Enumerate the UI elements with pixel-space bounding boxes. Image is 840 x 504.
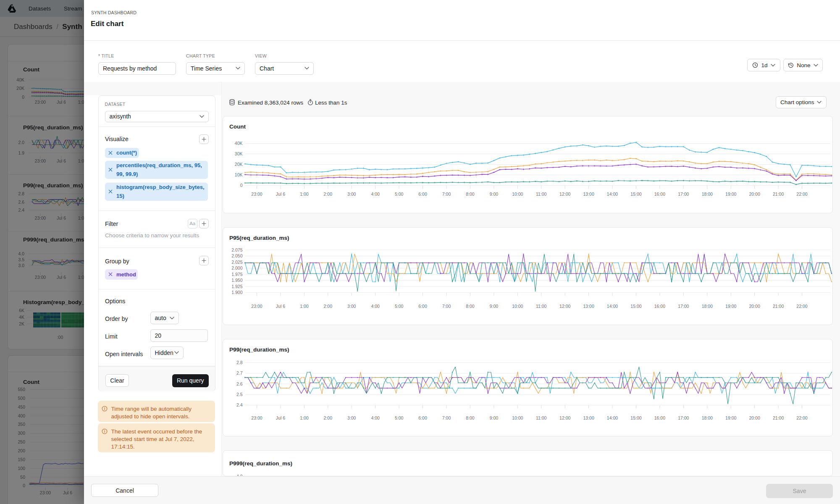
svg-text:14:00: 14:00 bbox=[606, 192, 617, 197]
svg-text:23:00: 23:00 bbox=[251, 304, 262, 309]
svg-text:1.900: 1.900 bbox=[231, 290, 242, 295]
svg-text:Jul 6: Jul 6 bbox=[63, 490, 72, 495]
svg-text:19:00: 19:00 bbox=[725, 192, 736, 197]
svg-text:7:00: 7:00 bbox=[442, 192, 451, 197]
svg-text:22:00: 22:00 bbox=[796, 304, 807, 309]
svg-text:8:00: 8:00 bbox=[466, 415, 475, 420]
svg-text:21:00: 21:00 bbox=[772, 192, 783, 197]
svg-text:10:00: 10:00 bbox=[512, 192, 523, 197]
svg-text:3:00: 3:00 bbox=[347, 304, 356, 309]
svg-text:18:00: 18:00 bbox=[701, 415, 712, 420]
svg-text:1.925: 1.925 bbox=[231, 284, 242, 289]
svg-text:150: 150 bbox=[18, 457, 25, 462]
svg-text:6:00: 6:00 bbox=[418, 415, 427, 420]
svg-text:7:00: 7:00 bbox=[442, 415, 451, 420]
svg-text:16:00: 16:00 bbox=[654, 192, 665, 197]
svg-text:13:00: 13:00 bbox=[583, 192, 594, 197]
svg-text:22:00: 22:00 bbox=[796, 192, 807, 197]
svg-text:18:00: 18:00 bbox=[701, 304, 712, 309]
svg-text:300: 300 bbox=[18, 430, 25, 436]
svg-text:2.8: 2.8 bbox=[236, 360, 242, 365]
svg-text:14:00: 14:00 bbox=[606, 415, 617, 420]
svg-text:20K: 20K bbox=[234, 162, 242, 167]
svg-text:13:00: 13:00 bbox=[583, 304, 594, 309]
svg-text:23:00: 23:00 bbox=[251, 415, 262, 420]
svg-text:5:00: 5:00 bbox=[394, 304, 403, 309]
svg-text:2.4: 2.4 bbox=[236, 402, 242, 407]
svg-text:15:00: 15:00 bbox=[630, 304, 641, 309]
svg-text:13:00: 13:00 bbox=[583, 415, 594, 420]
svg-text:2:00: 2:00 bbox=[323, 415, 332, 420]
svg-text:Jul 6: Jul 6 bbox=[276, 192, 285, 197]
svg-text:10:00: 10:00 bbox=[512, 415, 523, 420]
svg-text:15:00: 15:00 bbox=[630, 192, 641, 197]
svg-text:8:00: 8:00 bbox=[466, 304, 475, 309]
svg-text:1:00: 1:00 bbox=[300, 415, 309, 420]
svg-text:17:00: 17:00 bbox=[678, 192, 689, 197]
svg-text:200: 200 bbox=[18, 448, 25, 453]
svg-text:4:00: 4:00 bbox=[371, 192, 380, 197]
svg-text:10:00: 10:00 bbox=[512, 304, 523, 309]
svg-text:4:00: 4:00 bbox=[371, 415, 380, 420]
svg-text:2.050: 2.050 bbox=[231, 253, 242, 258]
svg-text:2.075: 2.075 bbox=[231, 247, 242, 252]
svg-text:20:00: 20:00 bbox=[749, 192, 760, 197]
svg-text:20:00: 20:00 bbox=[749, 415, 760, 420]
svg-text:2:00: 2:00 bbox=[323, 192, 332, 197]
svg-text:5:00: 5:00 bbox=[394, 192, 403, 197]
svg-text:23:00: 23:00 bbox=[251, 192, 262, 197]
svg-text:2.7: 2.7 bbox=[236, 370, 242, 375]
svg-text:Jul 6: Jul 6 bbox=[276, 304, 285, 309]
svg-text:40K: 40K bbox=[234, 141, 242, 146]
svg-text:12:00: 12:00 bbox=[559, 415, 570, 420]
svg-text:11:00: 11:00 bbox=[536, 192, 546, 197]
svg-text:23:00: 23:00 bbox=[40, 490, 51, 495]
svg-text:2:00: 2:00 bbox=[323, 304, 332, 309]
svg-text:10K: 10K bbox=[234, 172, 242, 177]
svg-text:250: 250 bbox=[18, 439, 25, 444]
svg-text:18:00: 18:00 bbox=[701, 192, 712, 197]
svg-text:9:00: 9:00 bbox=[489, 304, 498, 309]
svg-text:12:00: 12:00 bbox=[559, 192, 570, 197]
svg-text:16:00: 16:00 bbox=[654, 415, 665, 420]
svg-text:1:00: 1:00 bbox=[300, 304, 309, 309]
svg-text:2.000: 2.000 bbox=[231, 265, 242, 270]
svg-text:2.025: 2.025 bbox=[231, 260, 242, 265]
svg-text:17:00: 17:00 bbox=[678, 304, 689, 309]
svg-text:9:00: 9:00 bbox=[489, 415, 498, 420]
svg-text:11:00: 11:00 bbox=[536, 304, 546, 309]
svg-text:400: 400 bbox=[18, 413, 25, 418]
svg-text:550: 550 bbox=[18, 387, 25, 392]
svg-text:11:00: 11:00 bbox=[536, 415, 546, 420]
svg-text:19:00: 19:00 bbox=[725, 415, 736, 420]
svg-text:500: 500 bbox=[18, 396, 25, 401]
svg-text:1:00: 1:00 bbox=[300, 192, 309, 197]
svg-text:2.6: 2.6 bbox=[236, 381, 242, 386]
svg-text:7:00: 7:00 bbox=[442, 304, 451, 309]
svg-text:21:00: 21:00 bbox=[772, 415, 783, 420]
svg-text:2.5: 2.5 bbox=[236, 391, 242, 396]
svg-text:8:00: 8:00 bbox=[466, 192, 475, 197]
svg-text:4:00: 4:00 bbox=[371, 304, 380, 309]
svg-text:6:00: 6:00 bbox=[418, 304, 427, 309]
svg-text:22:00: 22:00 bbox=[796, 415, 807, 420]
svg-text:450: 450 bbox=[18, 404, 25, 410]
svg-text:3:00: 3:00 bbox=[347, 192, 356, 197]
svg-text:20:00: 20:00 bbox=[749, 304, 760, 309]
svg-text:0: 0 bbox=[240, 183, 242, 188]
svg-text:16:00: 16:00 bbox=[654, 304, 665, 309]
svg-text:50: 50 bbox=[20, 475, 25, 480]
svg-text:17:00: 17:00 bbox=[678, 415, 689, 420]
svg-text:12:00: 12:00 bbox=[559, 304, 570, 309]
svg-text:19:00: 19:00 bbox=[725, 304, 736, 309]
svg-text:21:00: 21:00 bbox=[772, 304, 783, 309]
svg-text:Jul 6: Jul 6 bbox=[276, 415, 285, 420]
svg-text:5:00: 5:00 bbox=[394, 415, 403, 420]
svg-text:9:00: 9:00 bbox=[489, 192, 498, 197]
svg-text:350: 350 bbox=[18, 422, 25, 427]
svg-text:3:00: 3:00 bbox=[347, 415, 356, 420]
svg-text:0: 0 bbox=[23, 483, 25, 488]
svg-text:30K: 30K bbox=[234, 151, 242, 156]
svg-text:6:00: 6:00 bbox=[418, 192, 427, 197]
svg-text:1.975: 1.975 bbox=[231, 272, 242, 277]
